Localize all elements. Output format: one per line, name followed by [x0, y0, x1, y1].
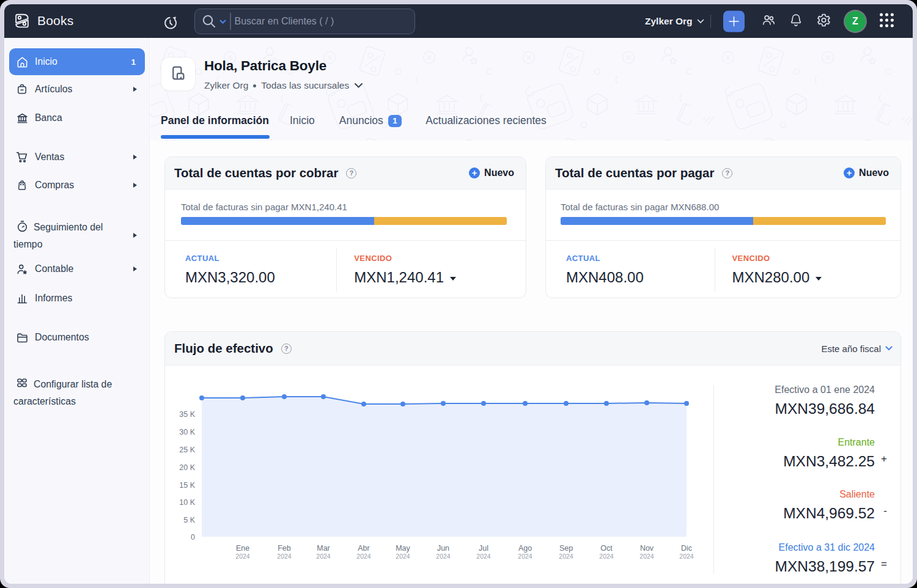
svg-text:25 K: 25 K [179, 446, 195, 454]
svg-text:30 K: 30 K [179, 428, 195, 436]
svg-text:Ene: Ene [236, 544, 249, 553]
svg-text:2024: 2024 [476, 553, 491, 560]
svg-text:May: May [396, 544, 410, 553]
svg-text:2024: 2024 [235, 553, 250, 560]
svg-text:20 K: 20 K [179, 463, 195, 472]
svg-text:5 K: 5 K [183, 516, 195, 524]
svg-text:Jul: Jul [479, 544, 488, 553]
svg-text:2024: 2024 [396, 553, 410, 560]
svg-text:2024: 2024 [599, 553, 614, 560]
svg-text:Mar: Mar [317, 544, 330, 553]
svg-text:Sep: Sep [559, 544, 573, 553]
svg-text:Jun: Jun [437, 544, 449, 553]
svg-text:Abr: Abr [358, 544, 369, 553]
svg-text:2024: 2024 [316, 553, 331, 560]
svg-text:Ago: Ago [518, 544, 532, 553]
svg-text:Oct: Oct [600, 544, 613, 553]
svg-text:15 K: 15 K [179, 481, 195, 490]
svg-text:10 K: 10 K [179, 498, 195, 507]
svg-text:2024: 2024 [518, 553, 532, 560]
svg-text:Nov: Nov [640, 544, 654, 553]
svg-text:2024: 2024 [559, 553, 573, 560]
svg-text:2024: 2024 [436, 553, 451, 560]
svg-text:0: 0 [191, 533, 195, 542]
svg-text:2024: 2024 [639, 553, 654, 560]
svg-text:2024: 2024 [277, 553, 292, 560]
svg-text:35 K: 35 K [179, 410, 195, 419]
svg-text:Feb: Feb [278, 544, 291, 553]
svg-text:2024: 2024 [679, 553, 694, 560]
svg-text:Dic: Dic [681, 544, 692, 553]
svg-text:2024: 2024 [356, 553, 371, 560]
